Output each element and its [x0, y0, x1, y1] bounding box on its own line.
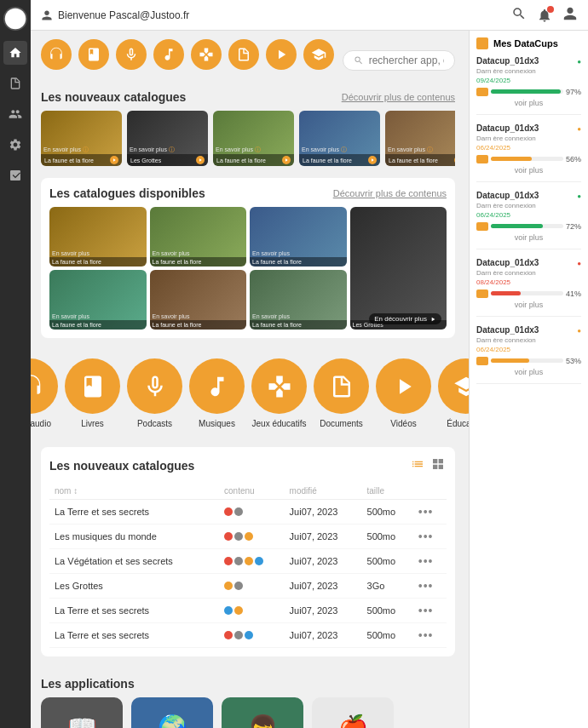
catalog-card[interactable]: La faune et la flore En savoir plus ⓘ: [385, 111, 455, 166]
content-dot: [224, 606, 233, 615]
catalog-contenu: [219, 599, 285, 623]
catalog-name: La Végétation et ses secrets: [49, 549, 219, 574]
voir-plus-link[interactable]: voir plus: [476, 166, 581, 175]
datacup-bar-fill: [491, 89, 561, 94]
search-input[interactable]: [369, 54, 444, 66]
grid-view-toggle[interactable]: [429, 456, 447, 476]
datacup-icon: [476, 37, 488, 49]
avail-card[interactable]: La faune et la flore En savoir plus: [150, 270, 247, 330]
catalog-table: nom ↕contenumodifiétaille La Terre et se…: [49, 483, 447, 648]
content-dot: [224, 582, 233, 590]
search-bar[interactable]: [343, 50, 455, 71]
avail-card-large[interactable]: Les Grottes En découvrir plus: [350, 207, 447, 330]
catalog-size: 500mo: [362, 623, 413, 648]
catalog-card[interactable]: Les Grottes En savoir plus ⓘ: [127, 111, 208, 166]
app-omekas[interactable]: 👦 Omekas ⓘ: [222, 697, 303, 728]
datacup-progress-bar: [491, 89, 563, 94]
new-catalogs-link[interactable]: Découvrir plus de contenus: [342, 92, 455, 102]
catalog-card[interactable]: La faune et la flore En savoir plus ⓘ: [299, 111, 380, 166]
cat-icon-file[interactable]: [228, 39, 259, 70]
datacup-bar-fill: [491, 224, 543, 228]
catalog-name: La Terre et ses secrets: [49, 623, 219, 648]
voir-plus-link[interactable]: voir plus: [476, 233, 581, 242]
sidebar-item-file[interactable]: [3, 72, 27, 95]
catalog-contenu: [219, 623, 285, 648]
datacup-percent: 53%: [566, 357, 581, 365]
cat-icon-mic[interactable]: [116, 39, 147, 70]
app-kolibri[interactable]: 🍎 Kolibri ⓘ: [312, 697, 394, 728]
avail-card[interactable]: La faune et la flore En savoir plus: [150, 207, 247, 267]
datacup-item: Datacup_01dx3 ● Darn ère connexion 08/24…: [476, 258, 581, 317]
datacups-title: Mes DataCups: [476, 37, 581, 49]
catalog-more[interactable]: •••: [413, 549, 447, 574]
cat-icon-music[interactable]: [153, 39, 184, 70]
cat-icon-graduation[interactable]: [303, 39, 334, 70]
sidebar-item-analytics[interactable]: [3, 163, 27, 187]
catalog-more[interactable]: •••: [413, 525, 447, 549]
big-icons-section: Livre audio Livres Podcasts Musiques Jeu…: [41, 350, 455, 437]
musiques-circle-icon: [189, 358, 245, 414]
avail-card[interactable]: La faune et la flore En savoir plus: [250, 207, 347, 267]
voir-plus-link[interactable]: voir plus: [476, 368, 581, 376]
avail-card[interactable]: La faune et la flore En savoir plus: [49, 207, 147, 267]
catalog-modified: Jui07, 2023: [285, 500, 362, 525]
big-icon-podcasts[interactable]: Podcasts: [127, 358, 182, 428]
catalog-contenu: [219, 574, 285, 599]
list-view-toggle[interactable]: [409, 456, 426, 476]
datacup-name: Datacup_01dx3: [476, 325, 539, 335]
big-icon-musiques[interactable]: Musiques: [189, 358, 245, 428]
cat-icon-gamepad[interactable]: [191, 39, 222, 70]
catalog-more[interactable]: •••: [413, 500, 447, 525]
avail-catalogs-link[interactable]: Découvrir plus de contenus: [333, 188, 447, 198]
datacup-small-icon: [476, 222, 488, 231]
catalog-contenu: [219, 549, 285, 574]
notification-icon[interactable]: [537, 8, 552, 23]
big-icon-documents[interactable]: Documents: [314, 358, 369, 428]
app-carte-du-monde[interactable]: 🌍 Carte du monde ⓘ: [131, 697, 213, 728]
catalog-list-section: Les nouveaux catalogues nom ↕contenumodi…: [41, 447, 455, 656]
app-card-inner: 🌍 Carte du monde ⓘ: [131, 697, 213, 728]
datacups-panel: Mes DataCups Datacup_01dx3 ● Darn ère co…: [469, 31, 588, 728]
avail-card[interactable]: La faune et la flore En savoir plus: [49, 270, 147, 330]
table-row: Les musiques du monde Jui07, 2023 500mo …: [49, 525, 447, 549]
big-icon-livres[interactable]: Livres: [65, 358, 120, 428]
datacup-sub: Darn ère connexion: [476, 135, 581, 142]
app-card-inner: 📖 Wikipédia ⓘ: [41, 697, 123, 728]
voir-plus-link[interactable]: voir plus: [476, 301, 581, 309]
catalog-more[interactable]: •••: [413, 623, 447, 648]
apps-grid: 📖 Wikipédia ⓘ 🌍 Carte du monde ⓘ 👦 Omeka…: [41, 697, 455, 728]
datacup-progress-bar: [491, 157, 563, 161]
cat-icon-headphones[interactable]: [41, 39, 72, 70]
catalog-card[interactable]: La faune et la flore En savoir plus ⓘ: [41, 111, 122, 166]
sidebar-item-settings[interactable]: [3, 133, 27, 157]
datacup-date: 06/24/2025: [476, 211, 581, 219]
content-area: Les nouveaux catalogues Découvrir plus d…: [41, 39, 455, 728]
big-icon-videos[interactable]: Vidéos: [376, 358, 431, 428]
sidebar-item-home[interactable]: [3, 41, 27, 65]
datacup-bar-fill: [491, 157, 532, 161]
cat-icon-play[interactable]: [266, 39, 297, 70]
topbar-username: Bienvenue Pascal@Justoo.fr: [58, 9, 189, 21]
catalog-more[interactable]: •••: [413, 599, 447, 623]
catalog-list-header-row: Les nouveaux catalogues: [49, 456, 447, 476]
content-dot: [245, 631, 253, 639]
svg-point-0: [5, 9, 26, 30]
sidebar: [0, 0, 31, 728]
big-icon-jeux-educatifs[interactable]: Jeux éducatifs: [251, 358, 307, 428]
podcasts-circle-icon: [127, 358, 182, 414]
catalog-card[interactable]: La faune et la flore En savoir plus ⓘ: [213, 111, 294, 166]
catalog-name: Les Grottes: [49, 574, 219, 599]
topbar-action-icons: [511, 6, 578, 25]
app-wikipédia[interactable]: 📖 Wikipédia ⓘ: [41, 697, 123, 728]
avail-card[interactable]: La faune et la flore En savoir plus: [250, 270, 347, 330]
datacup-status-dot: ●: [577, 260, 581, 267]
voir-plus-link[interactable]: voir plus: [476, 99, 581, 107]
table-row: La Terre et ses secrets Jui07, 2023 500m…: [49, 599, 447, 623]
catalog-modified: Jui07, 2023: [285, 623, 362, 648]
sidebar-item-users[interactable]: [3, 102, 27, 126]
search-icon[interactable]: [511, 6, 527, 25]
user-avatar-icon[interactable]: [562, 6, 578, 25]
cat-icon-book[interactable]: [78, 39, 109, 70]
videos-circle-icon: [376, 358, 431, 414]
catalog-more[interactable]: •••: [413, 574, 447, 599]
